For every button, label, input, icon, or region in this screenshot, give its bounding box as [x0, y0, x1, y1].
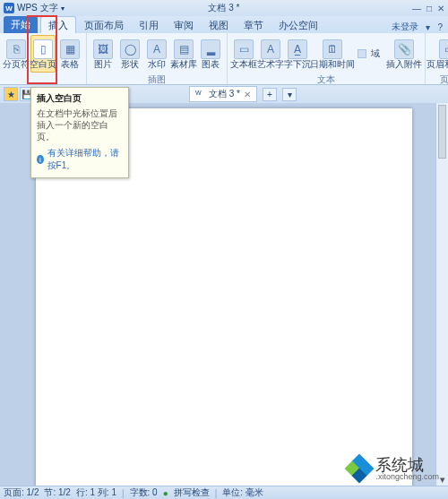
- blank-page-icon: ▯: [33, 39, 53, 59]
- wordart-button[interactable]: A艺术字: [258, 35, 283, 73]
- watermark-button[interactable]: A水印: [144, 35, 169, 73]
- gallery-button[interactable]: ▤素材库: [171, 35, 196, 73]
- app-icon: W: [4, 3, 14, 13]
- headerfooter-icon: ▭: [439, 39, 448, 59]
- doc-tab-add-button[interactable]: +: [263, 88, 277, 101]
- tab-section[interactable]: 章节: [237, 17, 271, 33]
- title-doc-name: 文档 3 *: [208, 2, 239, 14]
- scroll-thumb[interactable]: [438, 105, 446, 159]
- doctab-home-button[interactable]: ★: [4, 87, 18, 101]
- field-icon: [358, 49, 366, 58]
- status-chars[interactable]: 字数: 0: [130, 486, 158, 499]
- ribbon-tabs: 开始 插入 页面布局 引用 审阅 视图 章节 办公空间 未登录 ▾ ?: [0, 16, 448, 33]
- ribbon-group-illustrations: 🖼图片 ◯形状 A水印 ▤素材库 ▂图表 插图: [87, 33, 228, 84]
- doc-tab-list-button[interactable]: ▾: [282, 88, 297, 101]
- maximize-button[interactable]: □: [426, 4, 432, 13]
- page-break-button[interactable]: ⎘ 分页符: [4, 35, 29, 73]
- watermark-sub: .xitongcheng.com: [375, 473, 439, 481]
- help-icon[interactable]: ?: [437, 22, 443, 32]
- shape-button[interactable]: ◯形状: [117, 35, 142, 73]
- tooltip-help-text: 有关详细帮助，请按F1。: [47, 147, 123, 172]
- tab-start[interactable]: 开始: [4, 16, 38, 33]
- blank-page-button[interactable]: ▯ 空白页: [30, 35, 56, 73]
- attachment-label: 插入附件: [386, 60, 422, 69]
- status-position[interactable]: 行: 1 列: 1: [76, 486, 116, 499]
- status-unit[interactable]: 单位: 毫米: [222, 486, 263, 499]
- watermark-text: 系统城: [375, 457, 439, 473]
- tab-officespace[interactable]: 办公空间: [271, 17, 325, 33]
- wordart-icon: A: [261, 39, 280, 59]
- tooltip-body: 在文档中光标位置后插入一个新的空白页。: [37, 108, 123, 142]
- group-text-label: 文本: [231, 73, 421, 86]
- table-icon: ▦: [60, 39, 80, 59]
- attachment-icon: 📎: [394, 39, 414, 59]
- tooltip-title: 插入空白页: [37, 92, 123, 105]
- tab-references[interactable]: 引用: [132, 17, 166, 33]
- dropcap-button[interactable]: A̲字下沉: [285, 35, 310, 73]
- headerfooter-label: 页眉和页脚: [426, 60, 448, 69]
- ribbon-group-pages: ⎘ 分页符 ▯ 空白页 ▦ 表格: [0, 33, 87, 84]
- watermark-icon: A: [147, 39, 167, 59]
- group-pages-label: [4, 82, 82, 83]
- login-status[interactable]: 未登录: [392, 21, 418, 33]
- app-brand: W WPS 文字 ▾: [4, 2, 65, 14]
- textbox-label: 文本框: [230, 60, 257, 69]
- blank-page-tooltip: 插入空白页 在文档中光标位置后插入一个新的空白页。 i 有关详细帮助，请按F1。: [30, 87, 129, 178]
- app-name: WPS 文字: [17, 2, 58, 14]
- info-icon: i: [37, 155, 44, 164]
- attachment-button[interactable]: 📎插入附件: [387, 35, 421, 73]
- tab-view[interactable]: 视图: [202, 17, 236, 33]
- ribbon: ⎘ 分页符 ▯ 空白页 ▦ 表格 🖼图片 ◯形状 A水印 ▤素材库 ▂图表 插图: [0, 33, 448, 85]
- gallery-label: 素材库: [170, 60, 197, 69]
- status-bar: 页面: 1/2 节: 1/2 行: 1 列: 1 | 字数: 0 ● 拼写检查 …: [0, 486, 448, 499]
- watermark-label: 水印: [148, 60, 166, 69]
- tab-pagelayout[interactable]: 页面布局: [77, 17, 131, 33]
- wordart-label: 艺术字: [257, 60, 284, 69]
- table-button[interactable]: ▦ 表格: [57, 35, 82, 73]
- chart-icon: ▂: [201, 39, 220, 59]
- styles-drop-icon[interactable]: ▾: [426, 22, 430, 32]
- headerfooter-button[interactable]: ▭页眉和页脚: [429, 35, 448, 73]
- dropcap-label: 字下沉: [284, 60, 311, 69]
- tab-insert[interactable]: 插入: [40, 16, 76, 33]
- page-break-label: 分页符: [3, 60, 30, 69]
- datetime-label: 日期和时间: [310, 60, 355, 69]
- picture-label: 图片: [94, 60, 112, 69]
- picture-button[interactable]: 🖼图片: [90, 35, 116, 73]
- app-menu-drop-icon[interactable]: ▾: [61, 4, 65, 13]
- document-tab[interactable]: W 文档 3 * ✕: [189, 86, 257, 102]
- status-page[interactable]: 页面: 1/2: [4, 486, 39, 499]
- group-illustrations-label: 插图: [90, 73, 223, 86]
- shape-icon: ◯: [120, 39, 140, 59]
- dropcap-icon: A̲: [288, 39, 307, 59]
- chart-button[interactable]: ▂图表: [198, 35, 223, 73]
- gallery-icon: ▤: [174, 39, 194, 59]
- blank-page-label: 空白页: [30, 60, 56, 69]
- tooltip-help: i 有关详细帮助，请按F1。: [37, 147, 123, 172]
- page-break-icon: ⎘: [6, 39, 26, 59]
- window-buttons: — □ ✕: [412, 4, 444, 13]
- ribbon-group-headerfooter: ▭页眉和页脚 #页码 页眉和页脚: [426, 33, 448, 84]
- tab-review[interactable]: 审阅: [167, 17, 201, 33]
- field-button[interactable]: 域: [355, 46, 385, 62]
- table-label: 表格: [61, 60, 79, 69]
- datetime-icon: 🗓: [323, 39, 342, 59]
- minimize-button[interactable]: —: [412, 4, 421, 13]
- close-button[interactable]: ✕: [437, 4, 444, 13]
- status-section[interactable]: 节: 1/2: [44, 486, 70, 499]
- status-spell-icon[interactable]: ●: [163, 488, 168, 498]
- ribbon-group-text: ▭文本框 A艺术字 A̲字下沉 🗓日期和时间 域 📎插入附件 文本: [228, 33, 426, 84]
- picture-icon: 🖼: [93, 39, 113, 59]
- vertical-scrollbar[interactable]: ▾: [435, 103, 448, 486]
- site-watermark: 系统城 .xitongcheng.com: [347, 456, 439, 481]
- datetime-button[interactable]: 🗓日期和时间: [312, 35, 353, 73]
- textbox-icon: ▭: [234, 39, 254, 59]
- doc-tab-close-icon[interactable]: ✕: [244, 90, 251, 99]
- field-col: 域: [355, 46, 385, 62]
- textbox-button[interactable]: ▭文本框: [231, 35, 256, 73]
- field-label: 域: [368, 47, 383, 61]
- doc-tab-icon: W: [195, 90, 205, 99]
- chart-label: 图表: [202, 60, 220, 69]
- shape-label: 形状: [121, 60, 139, 69]
- status-spell[interactable]: 拼写检查: [174, 486, 210, 499]
